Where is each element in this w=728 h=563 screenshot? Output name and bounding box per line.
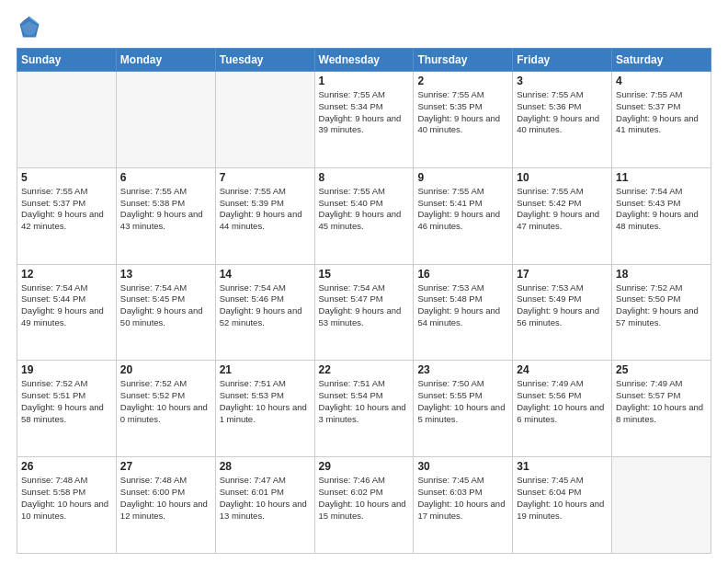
day-info: Sunrise: 7:50 AM Sunset: 5:55 PM Dayligh…: [417, 378, 508, 425]
day-number: 2: [417, 75, 508, 87]
day-info: Sunrise: 7:49 AM Sunset: 5:56 PM Dayligh…: [517, 378, 608, 425]
day-number: 8: [319, 171, 410, 184]
calendar-week-2: 5Sunrise: 7:55 AM Sunset: 5:37 PM Daylig…: [17, 167, 711, 264]
calendar-week-4: 19Sunrise: 7:52 AM Sunset: 5:51 PM Dayli…: [17, 361, 711, 457]
calendar-cell: 27Sunrise: 7:48 AM Sunset: 6:00 PM Dayli…: [116, 457, 215, 554]
calendar-cell: 3Sunrise: 7:55 AM Sunset: 5:36 PM Daylig…: [513, 72, 612, 168]
calendar-cell: 4Sunrise: 7:55 AM Sunset: 5:37 PM Daylig…: [612, 72, 711, 168]
day-info: Sunrise: 7:54 AM Sunset: 5:44 PM Dayligh…: [21, 282, 112, 329]
day-info: Sunrise: 7:47 AM Sunset: 6:01 PM Dayligh…: [220, 475, 311, 522]
day-info: Sunrise: 7:52 AM Sunset: 5:51 PM Dayligh…: [21, 378, 112, 425]
day-number: 28: [220, 460, 311, 473]
day-info: Sunrise: 7:55 AM Sunset: 5:34 PM Dayligh…: [319, 89, 410, 136]
day-info: Sunrise: 7:54 AM Sunset: 5:43 PM Dayligh…: [616, 186, 707, 233]
day-info: Sunrise: 7:55 AM Sunset: 5:38 PM Dayligh…: [120, 186, 211, 233]
day-info: Sunrise: 7:55 AM Sunset: 5:42 PM Dayligh…: [517, 186, 608, 233]
day-info: Sunrise: 7:45 AM Sunset: 6:04 PM Dayligh…: [517, 475, 608, 522]
day-number: 4: [616, 75, 707, 87]
calendar-cell: 21Sunrise: 7:51 AM Sunset: 5:53 PM Dayli…: [215, 361, 314, 457]
day-info: Sunrise: 7:49 AM Sunset: 5:57 PM Dayligh…: [616, 378, 707, 425]
day-number: 20: [120, 363, 211, 376]
day-info: Sunrise: 7:54 AM Sunset: 5:47 PM Dayligh…: [319, 282, 410, 329]
day-number: 31: [517, 460, 608, 473]
calendar-cell: 5Sunrise: 7:55 AM Sunset: 5:37 PM Daylig…: [17, 167, 117, 264]
logo-icon: [17, 15, 42, 40]
day-info: Sunrise: 7:54 AM Sunset: 5:45 PM Dayligh…: [120, 282, 211, 329]
day-number: 17: [517, 268, 608, 281]
day-info: Sunrise: 7:55 AM Sunset: 5:36 PM Dayligh…: [517, 89, 608, 136]
day-number: 10: [517, 171, 608, 184]
calendar-cell: 24Sunrise: 7:49 AM Sunset: 5:56 PM Dayli…: [513, 361, 612, 457]
day-number: 11: [616, 171, 707, 184]
calendar-cell: 12Sunrise: 7:54 AM Sunset: 5:44 PM Dayli…: [17, 264, 117, 361]
calendar-cell: 1Sunrise: 7:55 AM Sunset: 5:34 PM Daylig…: [314, 72, 414, 168]
calendar-week-1: 1Sunrise: 7:55 AM Sunset: 5:34 PM Daylig…: [17, 72, 711, 168]
day-number: 22: [319, 363, 410, 376]
calendar-cell: 10Sunrise: 7:55 AM Sunset: 5:42 PM Dayli…: [513, 167, 612, 264]
calendar-cell: 15Sunrise: 7:54 AM Sunset: 5:47 PM Dayli…: [314, 264, 414, 361]
day-info: Sunrise: 7:55 AM Sunset: 5:39 PM Dayligh…: [220, 186, 311, 233]
day-info: Sunrise: 7:46 AM Sunset: 6:02 PM Dayligh…: [319, 475, 410, 522]
calendar-week-3: 12Sunrise: 7:54 AM Sunset: 5:44 PM Dayli…: [17, 264, 711, 361]
day-number: 7: [220, 171, 311, 184]
day-number: 1: [319, 75, 410, 87]
calendar-cell: 9Sunrise: 7:55 AM Sunset: 5:41 PM Daylig…: [414, 167, 513, 264]
day-info: Sunrise: 7:55 AM Sunset: 5:40 PM Dayligh…: [319, 186, 410, 233]
day-info: Sunrise: 7:48 AM Sunset: 6:00 PM Dayligh…: [120, 475, 211, 522]
day-number: 9: [417, 171, 508, 184]
day-number: 18: [616, 268, 707, 281]
calendar-header: SundayMondayTuesdayWednesdayThursdayFrid…: [17, 49, 711, 72]
day-info: Sunrise: 7:52 AM Sunset: 5:50 PM Dayligh…: [616, 282, 707, 329]
day-info: Sunrise: 7:51 AM Sunset: 5:53 PM Dayligh…: [220, 378, 311, 425]
calendar-cell: [612, 457, 711, 554]
calendar-cell: [116, 72, 215, 168]
calendar-cell: 30Sunrise: 7:45 AM Sunset: 6:03 PM Dayli…: [414, 457, 513, 554]
calendar-cell: 13Sunrise: 7:54 AM Sunset: 5:45 PM Dayli…: [116, 264, 215, 361]
day-number: 6: [120, 171, 211, 184]
day-number: 26: [21, 460, 112, 473]
weekday-header-sunday: Sunday: [17, 49, 117, 72]
day-number: 12: [21, 268, 112, 281]
calendar-cell: 23Sunrise: 7:50 AM Sunset: 5:55 PM Dayli…: [414, 361, 513, 457]
calendar-cell: 20Sunrise: 7:52 AM Sunset: 5:52 PM Dayli…: [116, 361, 215, 457]
calendar-cell: [17, 72, 117, 168]
logo: [17, 15, 48, 40]
calendar-body: 1Sunrise: 7:55 AM Sunset: 5:34 PM Daylig…: [17, 72, 711, 554]
day-info: Sunrise: 7:53 AM Sunset: 5:49 PM Dayligh…: [517, 282, 608, 329]
day-number: 24: [517, 363, 608, 376]
day-info: Sunrise: 7:54 AM Sunset: 5:46 PM Dayligh…: [220, 282, 311, 329]
calendar-week-5: 26Sunrise: 7:48 AM Sunset: 5:58 PM Dayli…: [17, 457, 711, 554]
weekday-header-monday: Monday: [116, 49, 215, 72]
calendar-cell: 6Sunrise: 7:55 AM Sunset: 5:38 PM Daylig…: [116, 167, 215, 264]
day-number: 21: [220, 363, 311, 376]
weekday-header-tuesday: Tuesday: [215, 49, 314, 72]
weekday-header-thursday: Thursday: [414, 49, 513, 72]
calendar-cell: 25Sunrise: 7:49 AM Sunset: 5:57 PM Dayli…: [612, 361, 711, 457]
weekday-header-friday: Friday: [513, 49, 612, 72]
day-number: 3: [517, 75, 608, 87]
calendar-cell: 19Sunrise: 7:52 AM Sunset: 5:51 PM Dayli…: [17, 361, 117, 457]
page: SundayMondayTuesdayWednesdayThursdayFrid…: [0, 0, 728, 563]
weekday-header-wednesday: Wednesday: [314, 49, 414, 72]
day-number: 16: [417, 268, 508, 281]
day-info: Sunrise: 7:48 AM Sunset: 5:58 PM Dayligh…: [21, 475, 112, 522]
day-number: 30: [417, 460, 508, 473]
calendar-cell: 17Sunrise: 7:53 AM Sunset: 5:49 PM Dayli…: [513, 264, 612, 361]
day-number: 25: [616, 363, 707, 376]
weekday-header-saturday: Saturday: [612, 49, 711, 72]
calendar-cell: 8Sunrise: 7:55 AM Sunset: 5:40 PM Daylig…: [314, 167, 414, 264]
day-number: 27: [120, 460, 211, 473]
calendar-cell: 26Sunrise: 7:48 AM Sunset: 5:58 PM Dayli…: [17, 457, 117, 554]
calendar-cell: 31Sunrise: 7:45 AM Sunset: 6:04 PM Dayli…: [513, 457, 612, 554]
calendar-cell: 14Sunrise: 7:54 AM Sunset: 5:46 PM Dayli…: [215, 264, 314, 361]
day-number: 5: [21, 171, 112, 184]
day-info: Sunrise: 7:52 AM Sunset: 5:52 PM Dayligh…: [120, 378, 211, 425]
calendar-cell: [215, 72, 314, 168]
day-number: 13: [120, 268, 211, 281]
calendar-cell: 11Sunrise: 7:54 AM Sunset: 5:43 PM Dayli…: [612, 167, 711, 264]
calendar-cell: 2Sunrise: 7:55 AM Sunset: 5:35 PM Daylig…: [414, 72, 513, 168]
calendar-cell: 22Sunrise: 7:51 AM Sunset: 5:54 PM Dayli…: [314, 361, 414, 457]
day-number: 23: [417, 363, 508, 376]
calendar-cell: 18Sunrise: 7:52 AM Sunset: 5:50 PM Dayli…: [612, 264, 711, 361]
calendar-cell: 16Sunrise: 7:53 AM Sunset: 5:48 PM Dayli…: [414, 264, 513, 361]
